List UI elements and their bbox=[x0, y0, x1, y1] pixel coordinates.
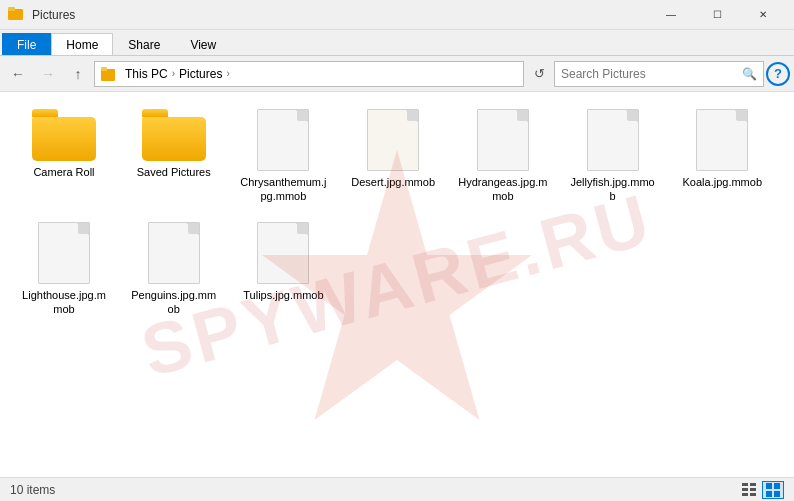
minimize-button[interactable]: — bbox=[648, 0, 694, 30]
svg-rect-11 bbox=[766, 483, 772, 489]
doc-icon bbox=[367, 109, 419, 171]
doc-icon bbox=[696, 109, 748, 171]
window-icon bbox=[8, 5, 24, 24]
file-item-camera-roll[interactable]: Camera Roll bbox=[14, 102, 114, 211]
breadcrumb-this-pc: This PC bbox=[125, 67, 168, 81]
file-item-tulips[interactable]: Tulips.jpg.mmob bbox=[233, 215, 333, 324]
item-count: 10 items bbox=[10, 483, 55, 497]
tab-home[interactable]: Home bbox=[51, 33, 113, 55]
large-icons-view-button[interactable] bbox=[762, 481, 784, 499]
close-button[interactable]: ✕ bbox=[740, 0, 786, 30]
folder-icon bbox=[32, 109, 96, 161]
help-button[interactable]: ? bbox=[766, 62, 790, 86]
file-name: Jellyfish.jpg.mmob bbox=[568, 175, 658, 204]
file-item-jellyfish[interactable]: Jellyfish.jpg.mmob bbox=[563, 102, 663, 211]
svg-rect-10 bbox=[750, 493, 756, 496]
folder-icon bbox=[142, 109, 206, 161]
up-button[interactable]: ↑ bbox=[64, 60, 92, 88]
svg-rect-14 bbox=[774, 491, 780, 497]
svg-rect-3 bbox=[101, 67, 107, 71]
svg-rect-13 bbox=[766, 491, 772, 497]
tab-share[interactable]: Share bbox=[113, 33, 175, 55]
file-item-chrysanthemum[interactable]: Chrysanthemum.jpg.mmob bbox=[233, 102, 333, 211]
svg-rect-6 bbox=[750, 483, 756, 486]
file-item-lighthouse[interactable]: Lighthouse.jpg.mmob bbox=[14, 215, 114, 324]
doc-icon bbox=[477, 109, 529, 171]
forward-button[interactable]: → bbox=[34, 60, 62, 88]
breadcrumb: This PC › Pictures › bbox=[101, 67, 230, 81]
file-name: Hydrangeas.jpg.mmob bbox=[458, 175, 548, 204]
file-item-koala[interactable]: Koala.jpg.mmob bbox=[672, 102, 772, 211]
file-item-hydrangeas[interactable]: Hydrangeas.jpg.mmob bbox=[453, 102, 553, 211]
file-item-penguins[interactable]: Penguins.jpg.mmob bbox=[124, 215, 224, 324]
back-button[interactable]: ← bbox=[4, 60, 32, 88]
window-title: Pictures bbox=[32, 8, 648, 22]
file-area: SPYWARE.RU Camera Roll Saved Pictures bbox=[0, 92, 794, 477]
files-grid: Camera Roll Saved Pictures Chrysanthemum… bbox=[14, 102, 780, 323]
toolbar: ← → ↑ This PC › Pictures › ↺ 🔍 ? bbox=[0, 56, 794, 92]
file-name: Tulips.jpg.mmob bbox=[243, 288, 323, 302]
file-name: Saved Pictures bbox=[137, 165, 211, 179]
title-bar: Pictures — ☐ ✕ bbox=[0, 0, 794, 30]
doc-icon bbox=[587, 109, 639, 171]
search-icon: 🔍 bbox=[742, 67, 757, 81]
details-view-icon bbox=[742, 483, 756, 497]
tab-view[interactable]: View bbox=[175, 33, 231, 55]
svg-rect-5 bbox=[742, 483, 748, 486]
breadcrumb-pictures: Pictures bbox=[179, 67, 222, 81]
file-name: Lighthouse.jpg.mmob bbox=[19, 288, 109, 317]
doc-icon bbox=[257, 109, 309, 171]
file-name: Koala.jpg.mmob bbox=[683, 175, 763, 189]
maximize-button[interactable]: ☐ bbox=[694, 0, 740, 30]
main-content: SPYWARE.RU Camera Roll Saved Pictures bbox=[0, 92, 794, 477]
status-bar: 10 items bbox=[0, 477, 794, 501]
svg-rect-12 bbox=[774, 483, 780, 489]
ribbon-tabs: File Home Share View bbox=[0, 30, 794, 56]
file-item-desert[interactable]: Desert.jpg.mmob bbox=[343, 102, 443, 211]
doc-icon bbox=[38, 222, 90, 284]
file-name: Chrysanthemum.jpg.mmob bbox=[238, 175, 328, 204]
tab-file[interactable]: File bbox=[2, 33, 51, 55]
doc-icon bbox=[148, 222, 200, 284]
details-view-button[interactable] bbox=[738, 481, 760, 499]
svg-rect-9 bbox=[742, 493, 748, 496]
file-name: Camera Roll bbox=[33, 165, 94, 179]
large-icons-view-icon bbox=[766, 483, 780, 497]
file-name: Penguins.jpg.mmob bbox=[129, 288, 219, 317]
refresh-button[interactable]: ↺ bbox=[526, 61, 552, 87]
address-bar[interactable]: This PC › Pictures › bbox=[94, 61, 524, 87]
svg-rect-8 bbox=[750, 488, 756, 491]
view-buttons bbox=[738, 481, 784, 499]
file-name: Desert.jpg.mmob bbox=[351, 175, 435, 189]
doc-icon bbox=[257, 222, 309, 284]
window-controls: — ☐ ✕ bbox=[648, 0, 786, 30]
svg-rect-1 bbox=[8, 7, 15, 11]
search-box[interactable]: 🔍 bbox=[554, 61, 764, 87]
svg-rect-7 bbox=[742, 488, 748, 491]
search-input[interactable] bbox=[561, 67, 742, 81]
file-item-saved-pictures[interactable]: Saved Pictures bbox=[124, 102, 224, 211]
